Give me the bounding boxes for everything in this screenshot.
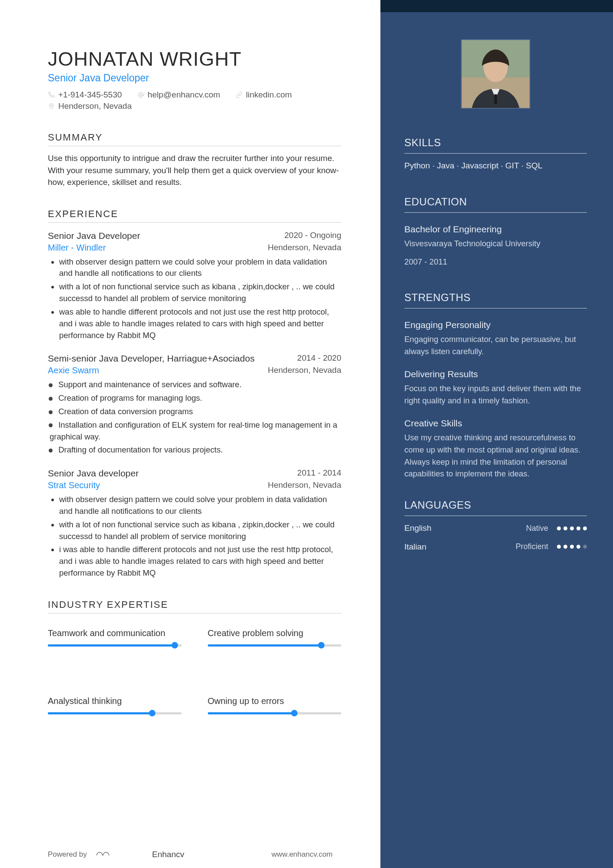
- contact-phone-text: +1-914-345-5530: [58, 90, 122, 100]
- location-icon: [48, 103, 55, 110]
- contact-email: help@enhancv.com: [137, 90, 220, 100]
- divider: [48, 613, 341, 613]
- expertise-label: Creative problem solving: [208, 628, 342, 638]
- divider: [404, 153, 587, 154]
- expertise-slider: [48, 712, 182, 714]
- svg-rect-5: [494, 94, 497, 104]
- enhancv-logo-icon: [96, 850, 143, 859]
- contact-phone: +1-914-345-5530: [48, 90, 122, 100]
- expertise-label: Analystical thinking: [48, 696, 182, 706]
- expertise-label: Teamwork and communication: [48, 628, 182, 638]
- divider: [48, 222, 341, 223]
- language-dots: [557, 545, 587, 549]
- expertise-item: Teamwork and communication: [48, 628, 182, 647]
- expertise-slider: [48, 644, 182, 647]
- bullet: Drafting of documentation for various pr…: [50, 444, 341, 456]
- divider: [404, 212, 587, 213]
- language-name: English: [404, 522, 431, 535]
- contact-location: Henderson, Nevada: [48, 101, 132, 111]
- bullet: was able to handle different protocols a…: [59, 306, 341, 341]
- experience-date: 2014 - 2020: [297, 353, 341, 363]
- experience-bullets: with observer design pattern we could so…: [48, 256, 341, 342]
- footer-brand: Powered by Enhancv: [48, 850, 184, 859]
- person-role: Senior Java Developer: [48, 72, 341, 84]
- contact-line-1: +1-914-345-5530 help@enhancv.com linkedi…: [48, 90, 341, 101]
- contact-link-text: linkedin.com: [246, 90, 292, 100]
- expertise-label: Owning up to errors: [208, 696, 342, 706]
- resume-page: JOHNATAN WRIGHT Senior Java Developer +1…: [0, 0, 613, 868]
- strength-title: Creative Skills: [404, 416, 587, 430]
- experience-bullets: with observer design pattern we could so…: [48, 494, 341, 579]
- experience-bullets: Support and maintenance of services and …: [48, 379, 341, 456]
- bullet: Creation of programs for managing logs.: [50, 392, 341, 404]
- footer-url: www.enhancv.com: [272, 850, 333, 859]
- bullet: Installation and configuration of ELK sy…: [50, 419, 341, 443]
- summary-heading: SUMMARY: [48, 132, 341, 143]
- strength-title: Delivering Results: [404, 367, 587, 381]
- skills-text: Python · Java · Javascript · GIT · SQL: [404, 160, 587, 172]
- expertise-section: INDUSTRY EXPERTISE Teamwork and communic…: [48, 599, 341, 729]
- experience-location: Henderson, Nevada: [268, 243, 341, 252]
- experience-title: Semi-senior Java Developer, Harriague+As…: [48, 353, 255, 364]
- at-icon: [137, 91, 144, 98]
- main-column: JOHNATAN WRIGHT Senior Java Developer +1…: [0, 0, 380, 868]
- language-level: Proficient: [516, 541, 548, 553]
- bullet: with a lot of non functional service suc…: [59, 281, 341, 305]
- sidebar: SKILLS Python · Java · Javascript · GIT …: [380, 0, 613, 868]
- experience-section: EXPERIENCE Senior Java Developer 2020 - …: [48, 208, 341, 579]
- experience-location: Henderson, Nevada: [268, 365, 341, 375]
- strengths-heading: STRENGTHS: [404, 290, 587, 305]
- link-icon: [236, 91, 243, 98]
- divider: [48, 146, 341, 146]
- experience-date: 2011 - 2014: [297, 468, 341, 478]
- experience-location: Henderson, Nevada: [268, 480, 341, 490]
- profile-photo: [461, 39, 530, 109]
- experience-company: Strat Security: [48, 480, 100, 490]
- language-dots: [557, 526, 587, 530]
- divider: [404, 308, 587, 308]
- languages-heading: LANGUAGES: [404, 497, 587, 513]
- expertise-item: Analystical thinking: [48, 696, 182, 714]
- divider: [404, 516, 587, 516]
- skills-heading: SKILLS: [404, 135, 587, 151]
- experience-item: Semi-senior Java Developer, Harriague+As…: [48, 353, 341, 456]
- experience-title: Senior Java developer: [48, 468, 139, 479]
- experience-title: Senior Java Developer: [48, 231, 140, 241]
- bullet: with a lot of non functional service suc…: [59, 519, 341, 543]
- person-name: JOHNATAN WRIGHT: [48, 48, 341, 70]
- footer-powered: Powered by: [48, 850, 87, 859]
- contact-line-2: Henderson, Nevada: [48, 101, 341, 112]
- contact-location-text: Henderson, Nevada: [58, 101, 132, 111]
- strength-body: Use my creative thinking and resourceful…: [404, 432, 587, 480]
- language-row: English Native: [404, 522, 587, 535]
- experience-item: Senior Java developer 2011 - 2014 Strat …: [48, 468, 341, 579]
- strength-body: Focus on the key inputs and deliver them…: [404, 382, 587, 407]
- strength-item: Delivering Results Focus on the key inpu…: [404, 367, 587, 407]
- summary-section: SUMMARY Use this opportunity to intrigue…: [48, 132, 341, 188]
- expertise-heading: INDUSTRY EXPERTISE: [48, 599, 341, 610]
- experience-company: Aexie Swarm: [48, 365, 99, 375]
- expertise-slider: [208, 644, 342, 647]
- summary-text: Use this opportunity to intrigue and dra…: [48, 152, 341, 188]
- experience-item: Senior Java Developer 2020 - Ongoing Mil…: [48, 231, 341, 342]
- strength-item: Creative Skills Use my creative thinking…: [404, 416, 587, 480]
- footer: Powered by Enhancv www.enhancv.com: [0, 850, 380, 859]
- bullet: with observer design pattern we could so…: [59, 494, 341, 517]
- education-heading: EDUCATION: [404, 194, 587, 210]
- expertise-item: Creative problem solving: [208, 628, 342, 647]
- svg-point-1: [50, 105, 52, 106]
- bullet: i was able to handle different protocols…: [59, 544, 341, 579]
- language-row: Italian Proficient: [404, 541, 587, 553]
- bullet: Creation of data conversion programs: [50, 406, 341, 418]
- education-school: Visvesvaraya Technological University: [404, 238, 587, 250]
- experience-company: Miller - Windler: [48, 243, 106, 253]
- top-accent-bar: [380, 0, 613, 12]
- phone-icon: [48, 91, 55, 98]
- education-degree: Bachelor of Engineering: [404, 222, 587, 236]
- contact-email-text: help@enhancv.com: [148, 90, 220, 100]
- bullet: with observer design pattern we could so…: [59, 256, 341, 280]
- svg-point-0: [140, 94, 142, 96]
- contact-link: linkedin.com: [236, 90, 292, 100]
- expertise-item: Owning up to errors: [208, 696, 342, 714]
- expertise-slider: [208, 712, 342, 714]
